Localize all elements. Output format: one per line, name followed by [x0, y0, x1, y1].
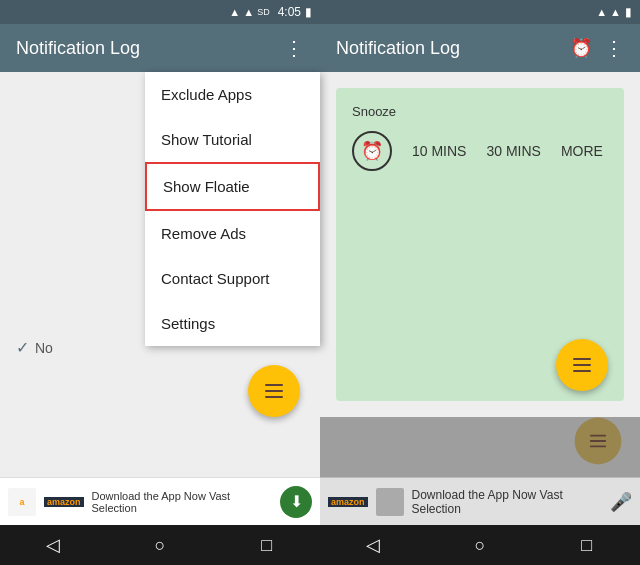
menu-item-show-tutorial[interactable]: Show Tutorial: [145, 117, 320, 162]
notification-text: No: [35, 340, 53, 356]
fab-menu-icon-left: [265, 384, 283, 398]
recents-button-left[interactable]: □: [247, 525, 287, 565]
status-icons-right: ▲ ▲: [596, 6, 621, 18]
recents-button-right[interactable]: □: [567, 525, 607, 565]
ad-logo-icon-right: amazon: [328, 497, 368, 507]
right-phone: ▲ ▲ ▮ Notification Log ⏰ ⋮ Snooze ⏰ 10 M…: [320, 0, 640, 565]
menu-item-show-floatie[interactable]: Show Floatie: [145, 162, 320, 211]
signal-icon: ▲: [229, 6, 240, 18]
menu-item-contact-support[interactable]: Contact Support: [145, 256, 320, 301]
status-time-left: 4:05: [278, 5, 301, 19]
app-title-right: Notification Log: [336, 38, 562, 59]
amazon-logo-left: a: [19, 497, 24, 507]
checkmark-icon: ✓: [16, 338, 29, 357]
app-title-left: Notification Log: [16, 38, 284, 59]
left-phone: ▲ ▲ SD 4:05 ▮ Notification Log ⋮ Exclude…: [0, 0, 320, 565]
nav-bar-left: ◁ ○ □: [0, 525, 320, 565]
battery-icon-right: ▮: [625, 5, 632, 19]
download-icon-left: ⬇: [290, 492, 303, 511]
nav-bar-right: ◁ ○ □: [320, 525, 640, 565]
home-button-left[interactable]: ○: [140, 525, 180, 565]
wifi-icon-right: ▲: [610, 6, 621, 18]
snooze-alarm-icon[interactable]: ⏰: [352, 131, 392, 171]
back-button-right[interactable]: ◁: [353, 525, 393, 565]
snooze-row: ⏰ 10 MINS 30 MINS MORE: [352, 131, 608, 171]
menu-item-exclude-apps[interactable]: Exclude Apps: [145, 72, 320, 117]
left-content-area: Exclude Apps Show Tutorial Show Floatie …: [0, 72, 320, 477]
snooze-30-mins[interactable]: 30 MINS: [486, 143, 540, 159]
menu-item-remove-ads[interactable]: Remove Ads: [145, 211, 320, 256]
sd-icon: SD: [257, 7, 270, 17]
status-icons-left: ▲ ▲ SD: [229, 6, 269, 18]
alarm-bell-icon: ⏰: [361, 140, 383, 162]
battery-icon-left: ▮: [305, 5, 312, 19]
fab-right[interactable]: [556, 339, 608, 391]
signal-icon-right: ▲: [596, 6, 607, 18]
alarm-icon-right[interactable]: ⏰: [570, 37, 592, 59]
ad-text-right: Download the App Now Vast Selection: [412, 488, 602, 516]
fab-left[interactable]: [248, 365, 300, 417]
ad-product-icon-right: [376, 488, 404, 516]
back-button-left[interactable]: ◁: [33, 525, 73, 565]
wifi-icon: ▲: [243, 6, 254, 18]
amazon-label-right: amazon: [328, 497, 368, 507]
right-main-content: Snooze ⏰ 10 MINS 30 MINS MORE: [320, 72, 640, 477]
snooze-label: Snooze: [352, 104, 608, 119]
fab-shadow-icon: [590, 435, 606, 448]
ad-logo-icon-left: a: [8, 488, 36, 516]
status-bar-right: ▲ ▲ ▮: [320, 0, 640, 24]
more-icon-left[interactable]: ⋮: [284, 36, 304, 60]
more-icon-right[interactable]: ⋮: [604, 36, 624, 60]
ad-text-left: Download the App Now Vast Selection: [92, 490, 272, 514]
ad-banner-right[interactable]: amazon Download the App Now Vast Selecti…: [320, 477, 640, 525]
app-bar-right: Notification Log ⏰ ⋮: [320, 24, 640, 72]
app-bar-icons-right: ⏰ ⋮: [570, 36, 624, 60]
snooze-10-mins[interactable]: 10 MINS: [412, 143, 466, 159]
fab-shadow-right: [575, 418, 622, 465]
dropdown-menu: Exclude Apps Show Tutorial Show Floatie …: [145, 72, 320, 346]
app-bar-left: Notification Log ⋮: [0, 24, 320, 72]
ad-mic-icon-right: 🎤: [610, 491, 632, 513]
snooze-more[interactable]: MORE: [561, 143, 603, 159]
right-bottom-area: [320, 417, 640, 477]
ad-banner-left[interactable]: a amazon Download the App Now Vast Selec…: [0, 477, 320, 525]
amazon-label-left: amazon: [44, 497, 84, 507]
status-bar-left: ▲ ▲ SD 4:05 ▮: [0, 0, 320, 24]
ad-download-button-left[interactable]: ⬇: [280, 486, 312, 518]
notification-item: ✓ No: [16, 338, 53, 357]
snooze-card: Snooze ⏰ 10 MINS 30 MINS MORE: [336, 88, 624, 401]
menu-item-settings[interactable]: Settings: [145, 301, 320, 346]
home-button-right[interactable]: ○: [460, 525, 500, 565]
fab-menu-icon-right: [573, 358, 591, 372]
